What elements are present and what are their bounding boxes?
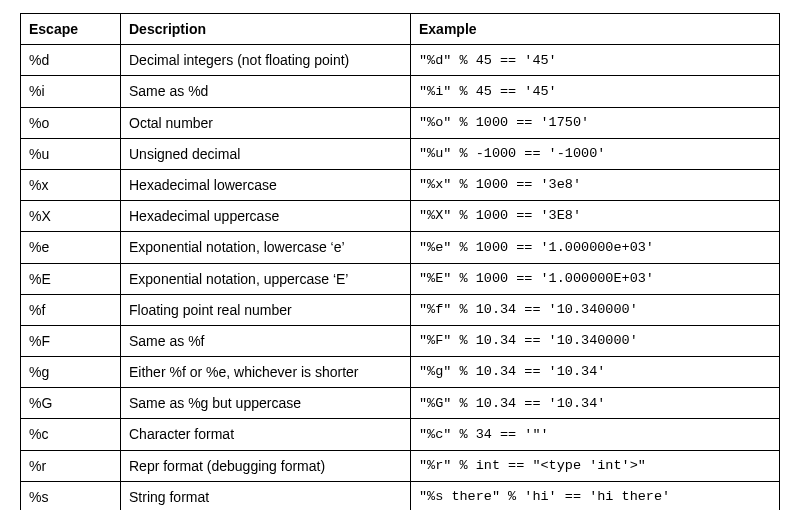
- table-row: %f Floating point real number "%f" % 10.…: [21, 294, 780, 325]
- cell-escape: %r: [21, 450, 121, 481]
- cell-example: "%g" % 10.34 == '10.34': [411, 357, 780, 388]
- format-escapes-table: Escape Description Example %d Decimal in…: [20, 13, 780, 510]
- cell-example: "%o" % 1000 == '1750': [411, 107, 780, 138]
- cell-description: Repr format (debugging format): [121, 450, 411, 481]
- table-row: %r Repr format (debugging format) "%r" %…: [21, 450, 780, 481]
- col-header-description: Description: [121, 14, 411, 45]
- table-row: %e Exponential notation, lowercase ‘e’ "…: [21, 232, 780, 263]
- cell-description: Floating point real number: [121, 294, 411, 325]
- cell-escape: %x: [21, 169, 121, 200]
- cell-description: Either %f or %e, whichever is shorter: [121, 357, 411, 388]
- cell-escape: %X: [21, 201, 121, 232]
- cell-description: Same as %d: [121, 76, 411, 107]
- cell-example: "%c" % 34 == '"': [411, 419, 780, 450]
- cell-escape: %G: [21, 388, 121, 419]
- cell-example: "%G" % 10.34 == '10.34': [411, 388, 780, 419]
- cell-description: Character format: [121, 419, 411, 450]
- table-row: %F Same as %f "%F" % 10.34 == '10.340000…: [21, 325, 780, 356]
- table-row: %d Decimal integers (not floating point)…: [21, 45, 780, 76]
- cell-example: "%e" % 1000 == '1.000000e+03': [411, 232, 780, 263]
- cell-description: Exponential notation, lowercase ‘e’: [121, 232, 411, 263]
- table-row: %X Hexadecimal uppercase "%X" % 1000 == …: [21, 201, 780, 232]
- cell-escape: %s: [21, 481, 121, 510]
- cell-escape: %g: [21, 357, 121, 388]
- cell-escape: %u: [21, 138, 121, 169]
- cell-description: Same as %f: [121, 325, 411, 356]
- col-header-example: Example: [411, 14, 780, 45]
- cell-escape: %F: [21, 325, 121, 356]
- cell-example: "%d" % 45 == '45': [411, 45, 780, 76]
- cell-example: "%F" % 10.34 == '10.340000': [411, 325, 780, 356]
- cell-description: String format: [121, 481, 411, 510]
- cell-example: "%u" % -1000 == '-1000': [411, 138, 780, 169]
- cell-description: Same as %g but uppercase: [121, 388, 411, 419]
- col-header-escape: Escape: [21, 14, 121, 45]
- table-row: %s String format "%s there" % 'hi' == 'h…: [21, 481, 780, 510]
- cell-description: Hexadecimal lowercase: [121, 169, 411, 200]
- cell-example: "%i" % 45 == '45': [411, 76, 780, 107]
- table-row: %u Unsigned decimal "%u" % -1000 == '-10…: [21, 138, 780, 169]
- cell-example: "%r" % int == "<type 'int'>": [411, 450, 780, 481]
- cell-escape: %e: [21, 232, 121, 263]
- table-row: %i Same as %d "%i" % 45 == '45': [21, 76, 780, 107]
- cell-example: "%s there" % 'hi' == 'hi there': [411, 481, 780, 510]
- cell-escape: %o: [21, 107, 121, 138]
- cell-description: Hexadecimal uppercase: [121, 201, 411, 232]
- cell-example: "%x" % 1000 == '3e8': [411, 169, 780, 200]
- cell-example: "%E" % 1000 == '1.000000E+03': [411, 263, 780, 294]
- table-row: %o Octal number "%o" % 1000 == '1750': [21, 107, 780, 138]
- cell-description: Octal number: [121, 107, 411, 138]
- table-header-row: Escape Description Example: [21, 14, 780, 45]
- table-row: %x Hexadecimal lowercase "%x" % 1000 == …: [21, 169, 780, 200]
- table-row: %G Same as %g but uppercase "%G" % 10.34…: [21, 388, 780, 419]
- cell-escape: %E: [21, 263, 121, 294]
- cell-example: "%X" % 1000 == '3E8': [411, 201, 780, 232]
- cell-example: "%f" % 10.34 == '10.340000': [411, 294, 780, 325]
- cell-escape: %d: [21, 45, 121, 76]
- cell-escape: %c: [21, 419, 121, 450]
- cell-description: Unsigned decimal: [121, 138, 411, 169]
- cell-escape: %i: [21, 76, 121, 107]
- cell-description: Decimal integers (not floating point): [121, 45, 411, 76]
- table-row: %E Exponential notation, uppercase ‘E’ "…: [21, 263, 780, 294]
- cell-description: Exponential notation, uppercase ‘E’: [121, 263, 411, 294]
- cell-escape: %f: [21, 294, 121, 325]
- table-row: %c Character format "%c" % 34 == '"': [21, 419, 780, 450]
- table-row: %g Either %f or %e, whichever is shorter…: [21, 357, 780, 388]
